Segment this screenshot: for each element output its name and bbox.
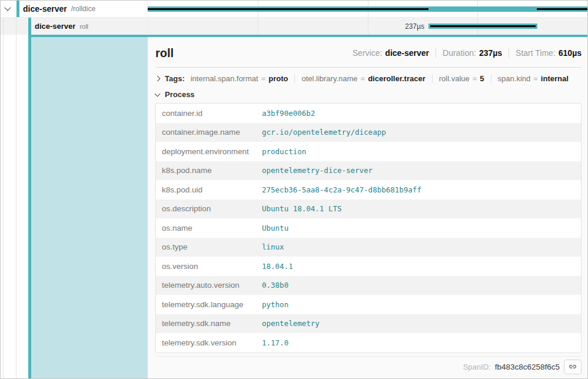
- child-span-bar[interactable]: 237µs: [428, 24, 537, 29]
- row-value: a3bf90e006b2: [262, 109, 315, 118]
- tag-item: internal.span.format = proto: [191, 74, 288, 83]
- tag-equals: =: [361, 74, 366, 83]
- table-row: os.typelinux: [156, 238, 581, 257]
- detail-footer: SpanID: fb483c8c6258f6c5: [155, 356, 582, 374]
- tag-value: diceroller.tracer: [368, 74, 426, 83]
- span-label-child: dice-server roll: [35, 18, 88, 35]
- tags-toggle-row[interactable]: Tags: internal.span.format = proto otel.…: [155, 68, 582, 88]
- table-row: telemetry.sdk.version1.17.0: [156, 333, 581, 353]
- table-row: os.nameUbuntu: [156, 218, 581, 238]
- table-row: os.version18.04.1: [156, 257, 581, 276]
- stat-label: Duration:: [443, 48, 476, 58]
- span-detail-region: roll Service: dice-server Duration: 237µ…: [1, 35, 587, 378]
- row-key: container.image.name: [162, 128, 262, 137]
- collapse-chevron-icon[interactable]: [4, 4, 11, 11]
- timeline-gridline: [258, 18, 258, 35]
- row-value: Ubuntu 18.04.1 LTS: [262, 204, 341, 213]
- service-name: dice-server: [23, 4, 67, 14]
- indent-guide: [16, 35, 16, 378]
- row-value: opentelemetry-dice-server: [262, 166, 373, 175]
- timeline-root: [148, 1, 587, 17]
- row-key: k8s.pod.name: [162, 166, 262, 175]
- process-table: container.ida3bf90e006b2 container.image…: [155, 103, 582, 353]
- stat-service: Service: dice-server: [353, 48, 429, 58]
- timeline-child: 237µs: [148, 18, 587, 35]
- row-key: k8s.pod.uid: [162, 185, 262, 194]
- row-value: 1.17.0: [262, 338, 288, 347]
- table-row: os.descriptionUbuntu 18.04.1 LTS: [156, 200, 581, 219]
- row-key: telemetry.auto.version: [162, 281, 262, 290]
- row-value: 18.04.1: [262, 262, 293, 271]
- span-name-cell-child[interactable]: dice-server roll: [1, 18, 148, 35]
- tag-key: span.kind: [498, 74, 531, 83]
- table-row: telemetry.sdk.nameopentelemetry: [156, 314, 581, 334]
- row-value: Ubuntu: [262, 224, 288, 232]
- operation-name: roll: [79, 23, 88, 30]
- root-span-bar[interactable]: [148, 6, 587, 12]
- row-value: linux: [262, 242, 284, 251]
- row-value: gcr.io/opentelemetry/diceapp: [262, 128, 386, 137]
- tag-divider: [432, 75, 433, 83]
- stat-value: 610µs: [559, 48, 582, 58]
- table-row: container.ida3bf90e006b2: [156, 104, 581, 123]
- spanid-value: fb483c8c6258f6c5: [495, 363, 560, 371]
- span-duration-label: 237µs: [405, 22, 424, 31]
- stat-divider: [509, 48, 509, 58]
- row-value: python: [262, 300, 288, 309]
- indent-guide: [16, 18, 16, 35]
- service-name: dice-server: [35, 22, 75, 31]
- row-key: telemetry.sdk.language: [162, 300, 262, 309]
- row-key: os.type: [162, 242, 262, 251]
- stat-value: 237µs: [479, 48, 502, 58]
- table-row: telemetry.auto.version0.38b0: [156, 276, 581, 295]
- operation-title: roll: [155, 46, 174, 60]
- tag-item: span.kind = internal: [498, 74, 569, 83]
- row-value: opentelemetry: [262, 319, 320, 328]
- row-key: os.version: [162, 262, 262, 271]
- tag-key: roll.value: [439, 74, 470, 83]
- operation-name: /rolldice: [71, 5, 95, 13]
- chevron-right-icon: [155, 76, 161, 82]
- tag-item: otel.library.name = diceroller.tracer: [301, 74, 425, 83]
- span-row-root[interactable]: dice-server /rolldice: [1, 1, 587, 18]
- indent-guide: [3, 35, 4, 378]
- span-label-root: dice-server /rolldice: [23, 1, 95, 17]
- process-toggle-row[interactable]: Process: [155, 90, 582, 99]
- span-stats: Service: dice-server Duration: 237µs Sta…: [353, 48, 582, 58]
- stat-start-time: Start Time: 610µs: [516, 48, 582, 58]
- table-row: k8s.pod.nameopentelemetry-dice-server: [156, 161, 581, 181]
- row-key: os.name: [162, 224, 262, 232]
- tag-key: otel.library.name: [301, 74, 357, 83]
- span-color-bar: [16, 1, 19, 17]
- indent-guide: [3, 18, 4, 35]
- table-row: container.image.namegcr.io/opentelemetry…: [156, 123, 581, 142]
- row-key: telemetry.sdk.name: [162, 319, 262, 328]
- table-row: k8s.pod.uid275ecb36-5aa8-4c2a-9c47-d8bb6…: [156, 180, 581, 200]
- tag-equals: =: [533, 74, 538, 83]
- tag-divider: [491, 75, 491, 83]
- deep-link-button[interactable]: [564, 360, 582, 374]
- tag-divider: [294, 75, 295, 83]
- selected-span-tint: [31, 37, 148, 378]
- stat-divider: [436, 48, 436, 58]
- row-key: telemetry.sdk.version: [162, 338, 262, 347]
- trace-timeline-view: dice-server /rolldice dice-server roll: [0, 0, 588, 379]
- chevron-down-icon: [155, 91, 161, 97]
- stat-label: Service:: [353, 48, 383, 58]
- span-row-child[interactable]: dice-server roll 237µs: [1, 18, 587, 35]
- link-icon: [568, 362, 577, 371]
- tag-key: internal.span.format: [191, 74, 258, 83]
- row-key: deployment.environment: [162, 147, 262, 156]
- tag-item: roll.value = 5: [439, 74, 484, 83]
- stat-duration: Duration: 237µs: [443, 48, 502, 58]
- tag-value: proto: [268, 74, 288, 83]
- row-key: os.description: [162, 204, 262, 213]
- span-detail-panel: roll Service: dice-server Duration: 237µ…: [148, 37, 587, 378]
- row-key: container.id: [162, 109, 262, 118]
- stat-value: dice-server: [385, 48, 429, 58]
- detail-gutter: [1, 35, 148, 378]
- span-name-cell-root[interactable]: dice-server /rolldice: [1, 1, 148, 17]
- row-value: 275ecb36-5aa8-4c2a-9c47-d8bb681b9aff: [262, 185, 421, 194]
- timeline-gridline: [368, 18, 368, 35]
- span-color-bar: [28, 18, 31, 35]
